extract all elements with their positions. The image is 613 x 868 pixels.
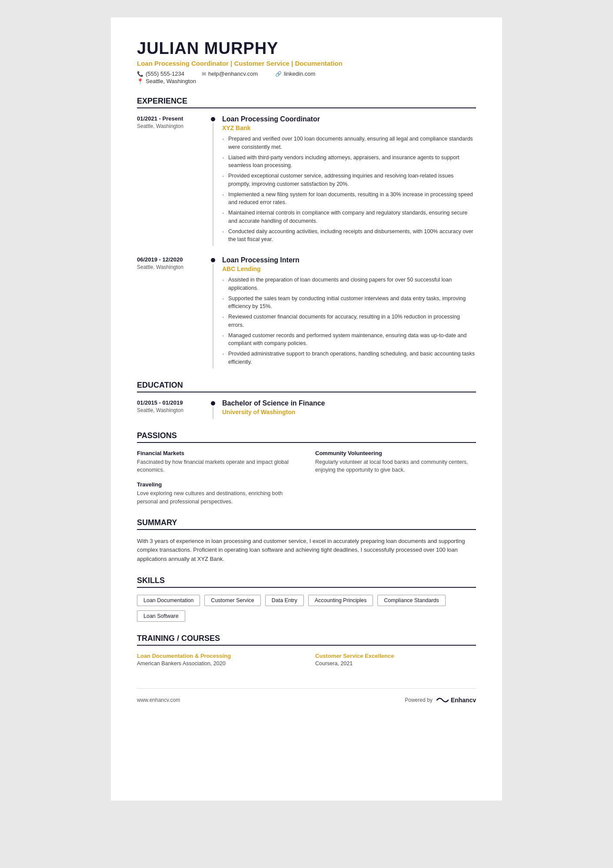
summary-title: SUMMARY [137,518,476,530]
exp-left-1: 01/2021 - Present Seattle, Washington [137,115,211,246]
header: JULIAN MURPHY Loan Processing Coordinato… [137,39,476,84]
footer-right: Powered by Enhancv [405,696,476,704]
skills-container: Loan Documentation Customer Service Data… [137,595,476,622]
passion-title-1: Community Volunteering [315,450,476,456]
edu-divider-1 [211,399,215,419]
skill-2: Data Entry [265,595,304,606]
bullet-1-1: Liaised with third-party vendors includi… [222,154,476,170]
bullet-2-0: Assisted in the preparation of loan docu… [222,276,476,292]
bullet-2-4: Provided administrative support to branc… [222,350,476,366]
enhancv-logo: Enhancv [436,696,476,704]
link-icon: 🔗 [275,71,282,77]
exp-company-2: ABC Lending [222,265,476,272]
exp-location-2: Seattle, Washington [137,264,211,270]
edu-line-1 [213,407,213,419]
education-entry-1: 01/2015 - 01/2019 Seattle, Washington Ba… [137,399,476,419]
bullet-2-3: Managed customer records and performed s… [222,332,476,348]
phone-icon: 📞 [137,71,143,77]
summary-text: With 3 years of experience in loan proce… [137,537,476,564]
exp-divider-2 [211,256,215,369]
summary-section: SUMMARY With 3 years of experience in lo… [137,518,476,564]
education-section: EDUCATION 01/2015 - 01/2019 Seattle, Was… [137,381,476,419]
passions-section: PASSIONS Financial Markets Fascinated by… [137,431,476,506]
exp-line-1 [213,123,213,246]
edu-dates-1: 01/2015 - 01/2019 [137,399,211,406]
bullet-2-2: Reviewed customer financial documents fo… [222,313,476,329]
contact-row: 📞 (555) 555-1234 ✉ help@enhancv.com 🔗 li… [137,70,476,77]
edu-dot-1 [211,401,215,406]
experience-entry-2: 06/2019 - 12/2020 Seattle, Washington Lo… [137,256,476,369]
enhancv-icon [436,696,449,704]
exp-left-2: 06/2019 - 12/2020 Seattle, Washington [137,256,211,369]
training-item-0: Loan Documentation & Processing American… [137,653,298,667]
exp-divider-1 [211,115,215,246]
candidate-title: Loan Processing Coordinator | Customer S… [137,60,476,67]
passion-item-0: Financial Markets Fascinated by how fina… [137,450,298,475]
passion-desc-2: Love exploring new cultures and destinat… [137,489,298,506]
footer-url: www.enhancv.com [137,697,180,703]
linkedin-contact: 🔗 linkedin.com [275,70,315,77]
skill-4: Compliance Standards [377,595,445,606]
passion-title-2: Traveling [137,481,298,488]
training-section: TRAINING / COURSES Loan Documentation & … [137,634,476,667]
training-org-1: Coursera, 2021 [315,660,476,667]
training-grid: Loan Documentation & Processing American… [137,653,476,667]
bullet-1-3: Implemented a new filing system for loan… [222,191,476,207]
exp-dot-2 [211,258,215,262]
experience-title: EXPERIENCE [137,97,476,108]
powered-by-text: Powered by [405,697,432,703]
edu-degree-1: Bachelor of Science in Finance [222,399,476,407]
exp-dot-1 [211,117,215,121]
experience-section: EXPERIENCE 01/2021 - Present Seattle, Wa… [137,97,476,369]
resume-page: JULIAN MURPHY Loan Processing Coordinato… [111,17,502,801]
phone-contact: 📞 (555) 555-1234 [137,70,184,77]
exp-role-2: Loan Processing Intern [222,256,476,264]
edu-location-1: Seattle, Washington [137,407,211,413]
footer: www.enhancv.com Powered by Enhancv [137,688,476,704]
edu-left-1: 01/2015 - 01/2019 Seattle, Washington [137,399,211,419]
passion-desc-1: Regularly volunteer at local food banks … [315,458,476,475]
exp-dates-1: 01/2021 - Present [137,115,211,122]
experience-entry-1: 01/2021 - Present Seattle, Washington Lo… [137,115,476,246]
passions-title: PASSIONS [137,431,476,443]
email-address: help@enhancv.com [208,70,258,77]
exp-bullets-1: Prepared and verified over 100 loan docu… [222,135,476,244]
training-name-1: Customer Service Excellence [315,653,476,659]
training-name-0: Loan Documentation & Processing [137,653,298,659]
exp-right-1: Loan Processing Coordinator XYZ Bank Pre… [222,115,476,246]
skill-1: Customer Service [204,595,260,606]
exp-location-1: Seattle, Washington [137,123,211,129]
edu-right-1: Bachelor of Science in Finance Universit… [222,399,476,419]
passions-grid: Financial Markets Fascinated by how fina… [137,450,476,506]
education-title: EDUCATION [137,381,476,392]
phone-number: (555) 555-1234 [146,70,184,77]
passion-item-2: Traveling Love exploring new cultures an… [137,481,298,506]
candidate-name: JULIAN MURPHY [137,39,476,58]
location-text: Seattle, Washington [146,78,196,84]
skills-section: SKILLS Loan Documentation Customer Servi… [137,576,476,622]
skills-title: SKILLS [137,576,476,588]
bullet-2-1: Supported the sales team by conducting i… [222,295,476,311]
location-row: 📍 Seattle, Washington [137,78,476,84]
skill-5: Loan Software [137,610,185,622]
bullet-1-0: Prepared and verified over 100 loan docu… [222,135,476,151]
exp-line-2 [213,264,213,369]
passion-item-1: Community Volunteering Regularly volunte… [315,450,476,475]
skill-0: Loan Documentation [137,595,200,606]
exp-role-1: Loan Processing Coordinator [222,115,476,123]
passion-title-0: Financial Markets [137,450,298,456]
bullet-1-2: Provided exceptional customer service, a… [222,172,476,188]
linkedin-url: linkedin.com [284,70,315,77]
enhancv-brand-name: Enhancv [451,697,476,704]
training-title: TRAINING / COURSES [137,634,476,646]
email-contact: ✉ help@enhancv.com [202,70,258,77]
exp-company-1: XYZ Bank [222,124,476,131]
exp-dates-2: 06/2019 - 12/2020 [137,256,211,263]
exp-right-2: Loan Processing Intern ABC Lending Assis… [222,256,476,369]
email-icon: ✉ [202,71,206,77]
passion-desc-0: Fascinated by how financial markets oper… [137,458,298,475]
training-org-0: American Bankers Association, 2020 [137,660,298,667]
training-item-1: Customer Service Excellence Coursera, 20… [315,653,476,667]
bullet-1-4: Maintained internal controls in complian… [222,209,476,225]
bullet-1-5: Conducted daily accounting activities, i… [222,228,476,244]
